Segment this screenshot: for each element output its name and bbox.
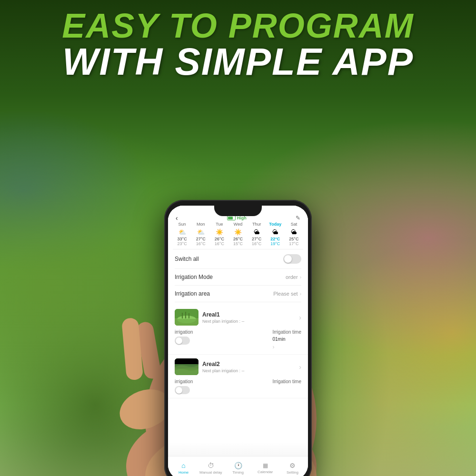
- day-thur: Thur: [248, 221, 266, 228]
- nav-setting[interactable]: ⚙ Setting: [279, 462, 306, 475]
- edit-button[interactable]: ✎: [296, 215, 300, 221]
- nav-manual[interactable]: ⏱ Manual delay: [197, 462, 224, 475]
- low-tue: 16°C: [210, 241, 228, 246]
- area2-irrigation-control: irrigation: [175, 379, 193, 394]
- low-sat: 17°C: [285, 241, 303, 246]
- high-today: 22°C: [266, 237, 285, 241]
- area1-irrigation-toggle[interactable]: [175, 337, 190, 345]
- high-wed: 26°C: [228, 237, 247, 241]
- battery-label: High: [237, 216, 247, 220]
- area1-irrigation-control: irrigation: [175, 329, 193, 345]
- weather-days: Sun Mon Tue Wed Thur Today Sat ⛅ ⛅ ☀️ ☀️…: [173, 221, 303, 246]
- area1-chevron[interactable]: ›: [299, 314, 301, 321]
- calendar-icon: ▦: [263, 462, 268, 469]
- irrigation-mode-value: order ›: [286, 274, 301, 280]
- irrigation-area-text: Please set: [273, 291, 298, 297]
- timing-icon: 🕐: [234, 462, 242, 469]
- area1-text: Areal1 Next plan irrigation : --: [202, 311, 245, 324]
- area1-toggle-knob: [176, 337, 182, 344]
- low-sun: 23°C: [173, 241, 191, 246]
- svg-rect-13: [185, 312, 186, 318]
- switch-all-row: Switch all: [175, 249, 301, 269]
- high-sat: 25°C: [285, 237, 303, 241]
- bottom-nav: ⌂ Home ⏱ Manual delay 🕐 Timing ▦ Calenda…: [168, 456, 308, 476]
- nav-timing-label: Timing: [232, 470, 244, 475]
- day-sat: Sat: [285, 221, 303, 228]
- area2-time-control[interactable]: Irrigation time: [272, 379, 301, 384]
- headline-2: WITH SIMPLE APP: [0, 43, 476, 81]
- area1-header: Areal1 Next plan irrigation : -- ›: [175, 309, 301, 326]
- headline-1: EASY TO PROGRAM: [0, 9, 476, 43]
- settings-section: Switch all Irrigation Mode order ›: [168, 249, 308, 302]
- phone-body: ‹ High ✎ Sun Mon Tue Wed: [164, 200, 312, 476]
- icon-thur: 🌥: [248, 228, 266, 237]
- day-today: Today: [266, 221, 285, 228]
- phone-notch: [214, 206, 262, 216]
- nav-home[interactable]: ⌂ Home: [170, 462, 197, 475]
- manual-icon: ⏱: [208, 462, 214, 469]
- battery-indicator: High: [227, 216, 247, 220]
- area1-irrigation-label: irrigation: [175, 329, 193, 335]
- low-mon: 16°C: [191, 241, 210, 246]
- low-thur: 16°C: [248, 241, 266, 246]
- phone-screen: ‹ High ✎ Sun Mon Tue Wed: [168, 206, 308, 476]
- area1-thumbnail: [175, 309, 198, 326]
- low-wed: 15°C: [228, 241, 247, 246]
- day-sun: Sun: [173, 221, 191, 228]
- low-today: 19°C: [266, 241, 285, 246]
- screen-fade: [168, 442, 308, 456]
- nav-timing[interactable]: 🕐 Timing: [224, 462, 251, 475]
- svg-rect-17: [175, 358, 198, 364]
- setting-icon: ⚙: [289, 462, 296, 469]
- area2-next-plan: Next plan irrigation : --: [202, 368, 245, 373]
- switch-all-toggle[interactable]: [283, 254, 301, 264]
- switch-all-label: Switch all: [175, 256, 199, 262]
- irrigation-area-row[interactable]: Irrigation area Please set ›: [175, 286, 301, 302]
- day-mon: Mon: [191, 221, 210, 228]
- screen-content: ‹ High ✎ Sun Mon Tue Wed: [168, 206, 308, 476]
- area1-time-chevron: ›: [272, 344, 301, 350]
- area1-info: Areal1 Next plan irrigation : --: [175, 309, 245, 326]
- irrigation-mode-row[interactable]: Irrigation Mode order ›: [175, 269, 301, 286]
- weather-section: Sun Mon Tue Wed Thur Today Sat ⛅ ⛅ ☀️ ☀️…: [168, 219, 308, 249]
- icon-today: 🌥: [266, 228, 285, 237]
- irrigation-mode-text: order: [286, 274, 298, 280]
- irrigation-area-value: Please set ›: [273, 291, 301, 297]
- icon-tue: ☀️: [210, 228, 228, 237]
- icon-sat: 🌥: [285, 228, 303, 237]
- high-sun: 33°C: [173, 237, 191, 241]
- area2-time-label: Irrigation time: [272, 379, 301, 384]
- svg-rect-16: [175, 367, 198, 375]
- irrigation-area-label: Irrigation area: [175, 290, 210, 297]
- area2-irrigation-label: irrigation: [175, 379, 193, 384]
- svg-rect-12: [182, 313, 183, 318]
- svg-rect-10: [175, 318, 198, 326]
- toggle-knob: [284, 255, 292, 263]
- area2-info: Areal2 Next plan irrigation : --: [175, 358, 245, 375]
- area2-header: Areal2 Next plan irrigation : -- ›: [175, 358, 301, 375]
- area2-controls: irrigation Irrigation time: [175, 378, 301, 394]
- area2-name: Areal2: [202, 361, 245, 367]
- area1-time-label: Irrigation time: [272, 329, 301, 335]
- nav-calendar-label: Calendar: [258, 470, 273, 474]
- area2-chevron[interactable]: ›: [299, 363, 301, 371]
- day-wed: Wed: [228, 221, 247, 228]
- area1-controls: irrigation Irrigation time 01min ›: [175, 328, 301, 350]
- area1-time-control[interactable]: Irrigation time 01min ›: [272, 329, 301, 350]
- area2-thumbnail: [175, 358, 198, 375]
- area2-toggle-knob: [176, 387, 182, 394]
- icon-sun: ⛅: [173, 228, 191, 237]
- nav-calendar[interactable]: ▦ Calendar: [252, 462, 279, 474]
- area1-card: Areal1 Next plan irrigation : -- › irrig…: [168, 305, 308, 355]
- irrigation-mode-chevron: ›: [300, 275, 301, 280]
- svg-rect-14: [188, 313, 189, 318]
- area1-name: Areal1: [202, 311, 245, 318]
- day-tue: Tue: [210, 221, 228, 228]
- svg-point-11: [177, 316, 196, 323]
- icon-mon: ⛅: [191, 228, 210, 237]
- area2-irrigation-toggle[interactable]: [175, 386, 190, 394]
- high-thur: 27°C: [248, 237, 266, 241]
- irrigation-area-chevron: ›: [300, 291, 301, 297]
- area-section: Areal1 Next plan irrigation : -- › irrig…: [168, 305, 308, 398]
- high-tue: 26°C: [210, 237, 228, 241]
